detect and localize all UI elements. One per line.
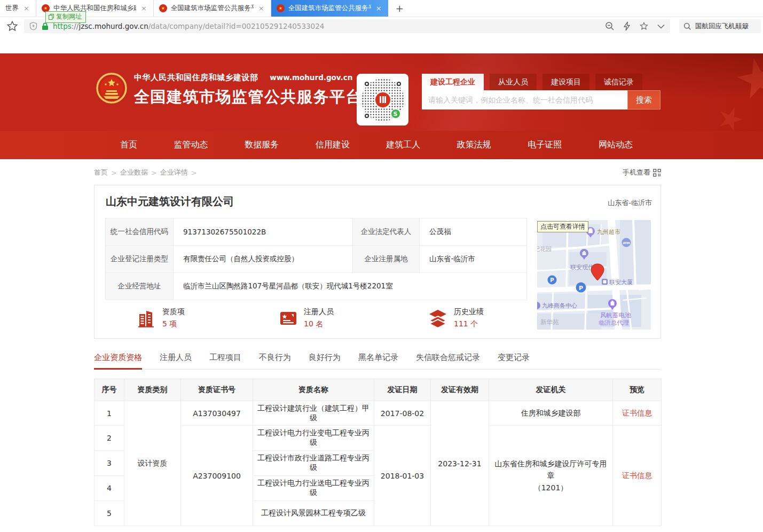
new-tab-button[interactable]: +	[388, 0, 411, 17]
tab-close-icon[interactable]: ×	[375, 4, 383, 12]
stat-qualifications[interactable]: 资质项 5 项	[137, 307, 185, 329]
qr-eye-icon	[365, 114, 369, 118]
nav-item-credit[interactable]: 信用建设	[316, 139, 350, 151]
flag-star-decoration	[715, 104, 746, 131]
map-label-atm: ATM	[623, 241, 630, 245]
company-info-card: 山东中元建筑设计有限公司 山东省-临沂市 统一社会信用代码 9137130267…	[94, 185, 661, 339]
reg-region-value: 山东省-临沂市	[420, 246, 527, 273]
reg-region-label: 企业注册属地	[353, 246, 420, 273]
breadcrumb: 首页 > 企业数据 > 企业详情 >	[94, 168, 197, 177]
tab-close-icon[interactable]: ×	[257, 4, 265, 12]
ministry-line: 中华人民共和国住房和城乡建设部 www.mohurd.gov.cn	[134, 73, 362, 83]
address-bar[interactable]: https://jzsc.mohurd.gov.cn/data/company/…	[24, 19, 670, 33]
national-emblem-logo	[96, 73, 127, 104]
company-stats: 资质项 5 项 注册人员 10 名	[105, 307, 526, 329]
breadcrumb-separator: >	[191, 169, 197, 177]
wechat-icon: S	[390, 108, 401, 119]
tab-title: 全国建筑市场监管公共服务平台	[171, 4, 254, 13]
legal-rep-value: 公茂福	[420, 218, 527, 246]
company-info-table: 统一社会信用代码 91371302675501022B 企业法定代表人 公茂福 …	[105, 218, 527, 300]
copy-url-tooltip: 复制网址	[45, 11, 86, 23]
col-发证有效期: 发证有效期	[431, 379, 489, 401]
nav-item-workers[interactable]: 建筑工人	[386, 139, 420, 151]
company-region: 山东省-临沂市	[608, 198, 652, 208]
poi-building-icon	[602, 279, 608, 285]
map-image: 九州超市 ATM 纪花园 联安现代城	[537, 220, 651, 330]
nav-item-site-news[interactable]: 网站动态	[599, 139, 633, 151]
site-favicon-icon: ★	[159, 4, 167, 12]
main-navigation: 首页 监管动态 数据服务 信用建设 建筑工人 政策法规 电子证照 网站动态	[0, 131, 763, 159]
breadcrumb-enterprise-data[interactable]: 企业数据	[120, 168, 148, 177]
nav-item-data-service[interactable]: 数据服务	[245, 139, 279, 151]
tab-close-icon[interactable]: ×	[22, 4, 30, 12]
url-text[interactable]: https://jzsc.mohurd.gov.cn/data/company/…	[53, 22, 599, 30]
zoom-out-icon[interactable]	[605, 21, 615, 31]
tab-projects[interactable]: 工程项目	[209, 353, 241, 369]
search-button[interactable]: 搜索	[627, 90, 660, 109]
map-tooltip: 点击可查看详情	[537, 221, 588, 232]
bookmark-star-icon[interactable]	[6, 20, 18, 32]
qr-eye-icon	[365, 82, 369, 86]
nav-item-supervision[interactable]: 监管动态	[174, 139, 208, 151]
tab-dishonesty-records[interactable]: 失信联合惩戒记录	[416, 353, 480, 369]
breadcrumb-home[interactable]: 首页	[94, 168, 108, 177]
nav-item-policy[interactable]: 政策法规	[457, 139, 491, 151]
location-map[interactable]: 点击可查看详情	[537, 220, 651, 330]
cert-info-link[interactable]: 证书信息	[622, 471, 652, 480]
browser-tab-bar: 世界 × ★ 中华人民共和国住房和城乡建设 × ★ 全国建筑市场监管公共服务平台…	[0, 0, 763, 17]
copy-icon	[49, 14, 54, 20]
ministry-site-url: www.mohurd.gov.cn	[270, 73, 352, 82]
col-资质证书号: 资质证书号	[181, 379, 253, 401]
row-no: 3	[95, 451, 124, 476]
search-tab-personnel[interactable]: 从业人员	[490, 74, 537, 90]
map-label-building: 联安大厦	[609, 279, 633, 286]
browser-tab-world[interactable]: 世界 ×	[0, 0, 36, 17]
issuing-authority: 山东省住房和城乡建设厅许可专用章 （1201）	[489, 426, 613, 526]
keyword-search-input[interactable]	[422, 90, 627, 109]
col-发证日期: 发证日期	[374, 379, 431, 401]
col-资质类别: 资质类别	[124, 379, 181, 401]
browser-tab-jzsc-1[interactable]: ★ 全国建筑市场监管公共服务平台 ×	[154, 0, 271, 17]
search-tab-enterprise[interactable]: 建设工程企业	[422, 74, 484, 90]
site-brand: 中华人民共和国住房和城乡建设部 www.mohurd.gov.cn 全国建筑市场…	[96, 73, 362, 108]
table-header-row: 序号 资质类别 资质证书号 资质名称 发证日期 发证有效期 发证机关 预览	[95, 379, 662, 401]
flash-save-icon[interactable]	[623, 21, 631, 31]
quick-search-box[interactable]: 国航回应飞机颠簸	[679, 19, 761, 33]
shield-icon[interactable]	[29, 22, 37, 30]
qualification-table: 序号 资质类别 资质证书号 资质名称 发证日期 发证有效期 发证机关 预览 1 …	[94, 379, 662, 526]
issue-date: 2018-01-03	[374, 426, 431, 526]
nav-item-home[interactable]: 首页	[120, 139, 137, 151]
breadcrumb-separator: >	[151, 169, 157, 177]
url-scheme: https	[53, 22, 72, 30]
url-path: /data/company/detail?id=0021052912405330…	[148, 22, 325, 30]
breadcrumb-enterprise-detail[interactable]: 企业详情	[160, 168, 188, 177]
table-row: 1 设计资质 A137030497 工程设计建筑行业（建筑工程）甲级 2017-…	[95, 401, 662, 426]
search-tab-credit[interactable]: 诚信记录	[595, 74, 642, 90]
chevron-down-icon[interactable]	[657, 24, 665, 29]
tab-good-behavior[interactable]: 良好行为	[309, 353, 341, 369]
search-tab-project[interactable]: 建设项目	[542, 74, 589, 90]
company-name: 山东中元建筑设计有限公司	[106, 194, 234, 209]
stat-history-performance[interactable]: 历史业绩 111 个	[428, 307, 484, 329]
mobile-view-button[interactable]: 手机查看	[623, 168, 661, 177]
id-card-icon	[279, 309, 298, 328]
browser-tab-jzsc-active[interactable]: ★ 全国建筑市场监管公共服务平台 ×	[271, 0, 388, 17]
qualification-name: 工程设计市政行业道路工程专业丙级	[253, 451, 374, 476]
tab-close-icon[interactable]: ×	[140, 4, 148, 12]
tab-change-records[interactable]: 变更记录	[498, 353, 530, 369]
cert-info-link[interactable]: 证书信息	[622, 409, 652, 417]
nav-item-e-license[interactable]: 电子证照	[528, 139, 562, 151]
map-label-supermarket: 九州超市	[597, 229, 620, 236]
header-search: 建设工程企业 从业人员 建设项目 诚信记录 搜索	[422, 74, 660, 109]
stat-value: 10 名	[304, 319, 334, 329]
row-no: 2	[95, 426, 124, 451]
layers-icon	[428, 309, 448, 328]
tab-bad-behavior[interactable]: 不良行为	[259, 353, 291, 369]
stat-registered-personnel[interactable]: 注册人员 10 名	[279, 307, 334, 329]
tab-blacklist[interactable]: 黑名单记录	[358, 353, 398, 369]
map-label-xinhua: 新华苑	[540, 318, 559, 326]
issue-date: 2017-08-02	[374, 401, 431, 426]
favorite-star-icon[interactable]	[639, 21, 649, 31]
tab-registered-personnel[interactable]: 注册人员	[160, 353, 192, 369]
tab-qualifications[interactable]: 企业资质资格	[94, 353, 142, 370]
